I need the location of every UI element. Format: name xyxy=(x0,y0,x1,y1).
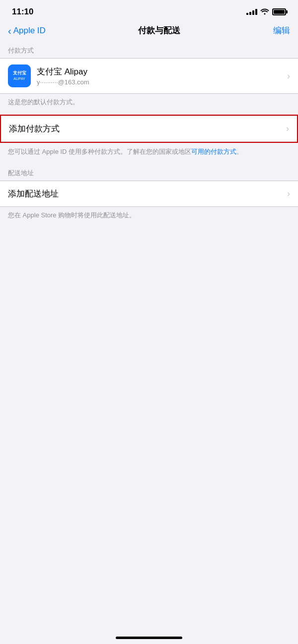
default-payment-info: 这是您的默认付款方式。 xyxy=(0,94,298,115)
add-delivery-label: 添加配送地址 xyxy=(8,188,59,199)
delivery-section-label: 配送地址 xyxy=(0,165,298,181)
alipay-info: 支付宝 Alipay y··········@163.com xyxy=(37,66,287,86)
chevron-right-icon: › xyxy=(287,71,290,81)
add-payment-row[interactable]: 添加付款方式 › xyxy=(1,116,297,142)
alipay-name: 支付宝 Alipay xyxy=(37,66,287,77)
svg-text:ALIPAY: ALIPAY xyxy=(13,77,25,80)
available-payment-methods-link[interactable]: 可用的付款方式 xyxy=(191,148,236,155)
wifi-icon xyxy=(260,8,269,16)
back-label: Apple ID xyxy=(13,26,46,36)
apple-id-info-prefix: 您可以通过 Apple ID 使用多种付款方式。了解在您的国家或地区 xyxy=(8,148,191,155)
back-button[interactable]: ‹ Apple ID xyxy=(8,26,46,36)
payment-section-label: 付款方式 xyxy=(0,42,298,58)
add-payment-wrapper: 添加付款方式 › xyxy=(0,115,298,143)
battery-icon xyxy=(272,8,286,15)
chevron-right-icon: › xyxy=(287,189,290,199)
nav-bar: ‹ Apple ID 付款与配送 编辑 xyxy=(0,21,298,42)
add-delivery-row[interactable]: 添加配送地址 › xyxy=(0,181,298,207)
chevron-left-icon: ‹ xyxy=(8,26,11,36)
apple-id-info: 您可以通过 Apple ID 使用多种付款方式。了解在您的国家或地区可用的付款方… xyxy=(0,143,298,165)
delivery-info: 您在 Apple Store 购物时将使用此配送地址。 xyxy=(0,207,298,228)
svg-rect-0 xyxy=(8,64,31,87)
status-bar: 11:10 xyxy=(0,0,298,21)
apple-id-info-suffix: 。 xyxy=(236,148,243,155)
chevron-right-icon: › xyxy=(286,124,289,134)
signal-icon xyxy=(246,9,257,15)
edit-button[interactable]: 编辑 xyxy=(273,25,290,36)
alipay-logo: 支付宝 ALIPAY xyxy=(8,64,31,87)
home-indicator xyxy=(116,637,182,639)
alipay-icon: 支付宝 ALIPAY xyxy=(8,64,31,87)
add-payment-label: 添加付款方式 xyxy=(9,123,60,134)
page-title: 付款与配送 xyxy=(138,25,180,36)
alipay-row[interactable]: 支付宝 ALIPAY 支付宝 Alipay y··········@163.co… xyxy=(0,58,298,94)
status-time: 11:10 xyxy=(12,7,33,17)
status-icons xyxy=(246,8,286,16)
svg-text:支付宝: 支付宝 xyxy=(13,70,27,75)
alipay-email: y··········@163.com xyxy=(37,78,287,86)
